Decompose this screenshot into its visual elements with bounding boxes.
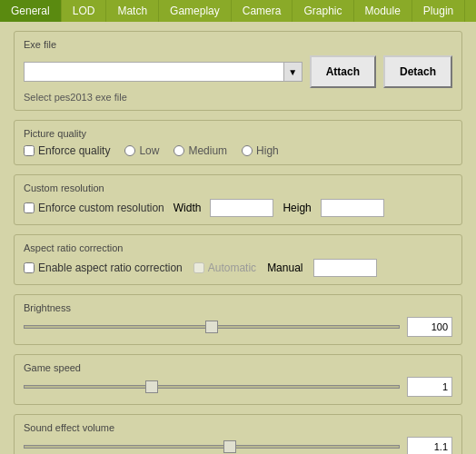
- game-speed-value[interactable]: [407, 377, 452, 397]
- width-input[interactable]: [210, 199, 273, 217]
- sound-value[interactable]: [407, 437, 452, 454]
- exe-hint: Select pes2013 exe file: [24, 92, 452, 103]
- main-content: Exe file ▼ Attach Detach Select pes2013 …: [0, 22, 476, 454]
- medium-quality-text: Medium: [188, 144, 227, 157]
- resolution-row: Enforce custom resolution Width Heigh: [24, 199, 452, 217]
- tab-plugin[interactable]: Plugin: [412, 0, 465, 22]
- resolution-title: Custom resolution: [24, 183, 452, 193]
- aspect-section: Aspect ratio correction Enable aspect ra…: [14, 234, 462, 285]
- enforce-quality-checkbox[interactable]: [24, 145, 35, 156]
- enforce-resolution-checkbox[interactable]: [24, 202, 35, 213]
- enforce-resolution-label[interactable]: Enforce custom resolution: [24, 202, 164, 214]
- picture-quality-section: Picture quality Enforce quality Low Medi…: [14, 120, 462, 165]
- low-quality-radio[interactable]: [124, 145, 135, 156]
- tab-graphic[interactable]: Graphic: [293, 0, 353, 22]
- exe-row: ▼ Attach Detach: [24, 55, 452, 88]
- automatic-checkbox[interactable]: [193, 262, 204, 273]
- high-quality-label[interactable]: High: [242, 144, 279, 157]
- resolution-section: Custom resolution Enforce custom resolut…: [14, 174, 462, 225]
- sound-slider-wrapper: [24, 439, 400, 454]
- sound-slider[interactable]: [24, 445, 400, 449]
- brightness-value[interactable]: [407, 317, 452, 337]
- game-speed-section: Game speed: [14, 354, 462, 405]
- game-speed-row: [24, 377, 452, 397]
- aspect-row: Enable aspect ratio correction Automatic…: [24, 259, 452, 277]
- enforce-quality-label[interactable]: Enforce quality: [24, 144, 110, 157]
- sound-row: [24, 437, 452, 454]
- picture-quality-title: Picture quality: [24, 128, 452, 139]
- medium-quality-radio[interactable]: [174, 145, 184, 156]
- exe-section: Exe file ▼ Attach Detach Select pes2013 …: [14, 31, 462, 111]
- tab-match[interactable]: Match: [106, 0, 159, 22]
- medium-quality-label[interactable]: Medium: [174, 144, 227, 157]
- tab-bar: General LOD Match Gameplay Camera Graphi…: [0, 0, 476, 22]
- automatic-text: Automatic: [208, 262, 256, 274]
- manual-input[interactable]: [313, 259, 377, 277]
- tab-gameplay[interactable]: Gameplay: [159, 0, 232, 22]
- tab-lod[interactable]: LOD: [62, 0, 107, 22]
- height-input[interactable]: [321, 199, 384, 217]
- game-speed-slider[interactable]: [24, 385, 400, 389]
- width-label: Width: [174, 202, 202, 214]
- game-speed-slider-wrapper: [24, 380, 400, 394]
- enable-aspect-text: Enable aspect ratio correction: [38, 262, 183, 274]
- enforce-resolution-text: Enforce custom resolution: [38, 202, 164, 214]
- game-speed-title: Game speed: [24, 362, 452, 373]
- aspect-title: Aspect ratio correction: [24, 242, 452, 253]
- brightness-title: Brightness: [24, 302, 452, 313]
- brightness-slider-wrapper: [24, 320, 400, 334]
- enable-aspect-checkbox[interactable]: [24, 262, 35, 273]
- exe-input-wrapper: ▼: [24, 62, 302, 82]
- sound-title: Sound effect volume: [24, 422, 452, 433]
- brightness-slider[interactable]: [24, 325, 400, 329]
- low-quality-label[interactable]: Low: [124, 144, 159, 157]
- tab-general[interactable]: General: [0, 0, 62, 22]
- height-label: Heigh: [283, 202, 311, 214]
- quality-row: Enforce quality Low Medium High: [24, 144, 452, 157]
- high-quality-radio[interactable]: [242, 145, 253, 156]
- brightness-section: Brightness: [14, 294, 462, 345]
- manual-label: Manual: [267, 262, 302, 274]
- exe-dropdown-btn[interactable]: ▼: [284, 62, 302, 82]
- sound-section: Sound effect volume: [14, 414, 462, 454]
- tab-camera[interactable]: Camera: [232, 0, 293, 22]
- high-quality-text: High: [256, 144, 279, 157]
- low-quality-text: Low: [139, 144, 159, 157]
- enforce-quality-text: Enforce quality: [38, 144, 110, 157]
- enable-aspect-label[interactable]: Enable aspect ratio correction: [24, 262, 183, 274]
- exe-title: Exe file: [24, 39, 452, 50]
- tab-module[interactable]: Module: [354, 0, 412, 22]
- exe-input[interactable]: [24, 62, 284, 82]
- automatic-label[interactable]: Automatic: [193, 262, 256, 274]
- detach-button[interactable]: Detach: [383, 55, 452, 88]
- brightness-row: [24, 317, 452, 337]
- attach-button[interactable]: Attach: [310, 55, 376, 88]
